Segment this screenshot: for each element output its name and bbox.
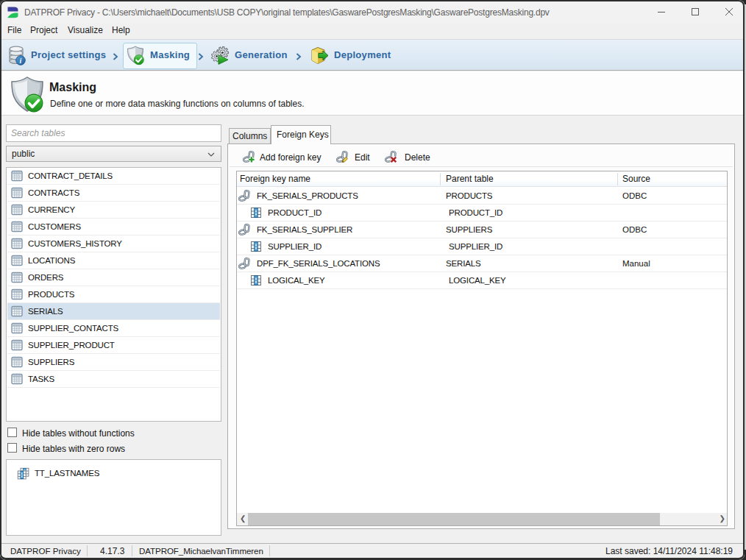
svg-text:i: i: [20, 57, 22, 65]
